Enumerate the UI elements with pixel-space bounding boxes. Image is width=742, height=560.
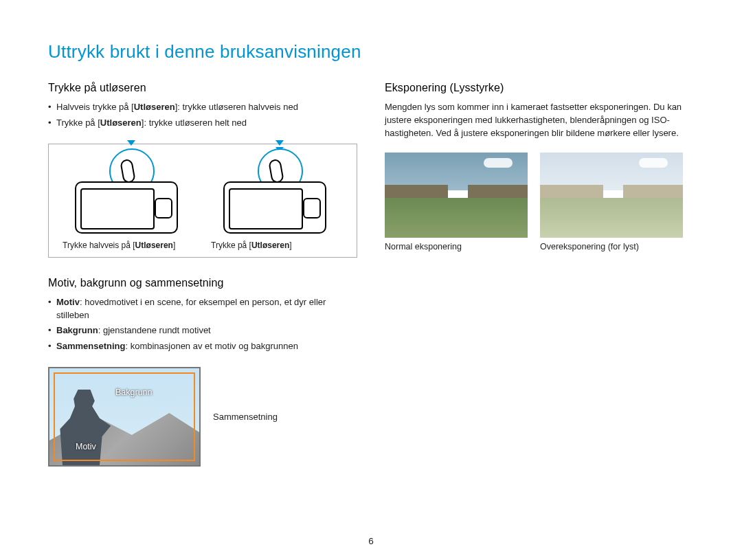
composition-figure: Bakgrunn Motiv Sammensetning xyxy=(48,367,357,467)
left-column: Trykke på utløseren Halvveis trykke på [… xyxy=(48,82,357,467)
camera-body-icon xyxy=(223,181,326,234)
label-sammensetning: Sammensetning xyxy=(213,412,278,422)
label-bakgrunn: Bakgrunn xyxy=(115,388,153,397)
composition-frame xyxy=(54,372,195,461)
exposure-over: Overeksponering (for lyst) xyxy=(540,153,683,251)
section-composition: Motiv, bakgrunn og sammensetning Motiv: … xyxy=(48,277,357,467)
shutter-bullet-1: Halvveis trykke på [Utløseren]: trykke u… xyxy=(48,101,357,114)
exposure-paragraph: Mengden lys som kommer inn i kameraet fa… xyxy=(385,101,694,140)
photo-normal-exposure xyxy=(385,153,528,238)
composition-bullet-1: Motiv: hovedmotivet i en scene, for ekse… xyxy=(48,296,357,322)
exposure-normal: Normal eksponering xyxy=(385,153,528,251)
text-bold: Utløseren xyxy=(135,240,173,250)
page-title: Uttrykk brukt i denne bruksanvisningen xyxy=(48,41,694,63)
text: Halvveis trykke på [ xyxy=(56,102,134,112)
composition-image: Bakgrunn Motiv xyxy=(48,367,201,467)
shutter-heading: Trykke på utløseren xyxy=(48,82,357,94)
camera-drawing-full xyxy=(215,154,339,236)
shutter-illustration-box: Trykke halvveis på [Utløseren] Trykke på… xyxy=(48,144,357,258)
shutter-full-press: Trykke på [Utløseren] xyxy=(211,154,343,250)
caption-over: Overeksponering (for lyst) xyxy=(540,242,683,251)
shutter-half-press: Trykke halvveis på [Utløseren] xyxy=(63,154,194,250)
camera-drawing-half xyxy=(67,154,190,236)
caption-normal: Normal eksponering xyxy=(385,242,528,251)
text-bold: Utløseren xyxy=(100,117,142,128)
section-shutter: Trykke på utløseren Halvveis trykke på [… xyxy=(48,82,357,258)
shutter-bullets: Halvveis trykke på [Utløseren]: trykke u… xyxy=(48,101,357,130)
text: : kombinasjonen av et motiv og bakgrunne… xyxy=(125,341,298,351)
text: Trykke på [ xyxy=(56,117,100,128)
shutter-bullet-2: Trykke på [Utløseren]: trykke utløseren … xyxy=(48,117,357,130)
caption-full-press: Trykke på [Utløseren] xyxy=(211,240,343,250)
callout-line xyxy=(199,417,201,418)
text: : hovedmotivet i en scene, for eksempel … xyxy=(56,297,326,320)
down-arrow-icon xyxy=(127,140,135,146)
exposure-heading: Eksponering (Lysstyrke) xyxy=(385,82,694,94)
text: ] xyxy=(289,240,291,250)
composition-bullet-3: Sammensetning: kombinasjonen av et motiv… xyxy=(48,340,357,353)
composition-bullets: Motiv: hovedmotivet i en scene, for ekse… xyxy=(48,296,357,353)
text: ] xyxy=(173,240,175,250)
text: Trykke halvveis på [ xyxy=(63,240,135,250)
composition-bullet-2: Bakgrunn: gjenstandene rundt motivet xyxy=(48,324,357,337)
right-column: Eksponering (Lysstyrke) Mengden lys som … xyxy=(385,82,694,467)
photo-over-exposure xyxy=(540,153,683,238)
text: ]: trykke utløseren helt ned xyxy=(142,117,247,128)
page-number: 6 xyxy=(0,536,742,546)
down-arrow-icon xyxy=(276,140,284,146)
label-motiv: Motiv xyxy=(76,442,96,451)
text-bold: Sammensetning xyxy=(56,341,125,351)
text-bold: Utløseren xyxy=(251,240,289,250)
text: ]: trykke utløseren halvveis ned xyxy=(175,102,298,112)
camera-body-icon xyxy=(75,181,178,234)
text: : gjenstandene rundt motivet xyxy=(98,325,211,335)
text-bold: Utløseren xyxy=(134,102,175,112)
exposure-examples: Normal eksponering Overeksponering (for … xyxy=(385,153,694,251)
caption-half-press: Trykke halvveis på [Utløseren] xyxy=(63,240,194,250)
text: Trykke på [ xyxy=(211,240,251,250)
composition-heading: Motiv, bakgrunn og sammensetning xyxy=(48,277,357,289)
text-bold: Bakgrunn xyxy=(56,325,98,335)
text-bold: Motiv xyxy=(56,297,80,307)
section-exposure: Eksponering (Lysstyrke) Mengden lys som … xyxy=(385,82,694,251)
two-column-layout: Trykke på utløseren Halvveis trykke på [… xyxy=(48,82,694,467)
